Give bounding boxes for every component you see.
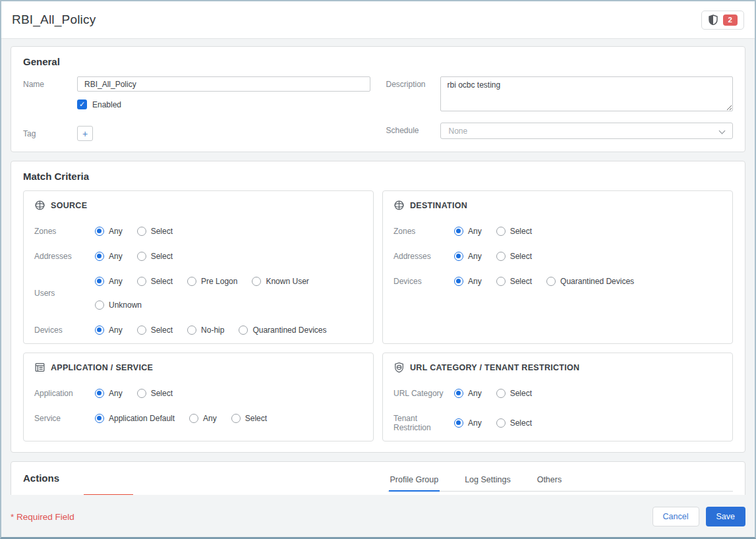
field-row: Tenant Restriction AnySelect [393,414,722,432]
radio-icon [95,227,104,236]
header-bar: RBI_All_Policy 2 [1,1,755,39]
source-panel-title: SOURCE [51,201,87,210]
shield-icon [708,14,718,25]
field-row: Zones AnySelect [393,227,722,236]
cancel-button[interactable]: Cancel [653,507,699,526]
radio-label: Quarantined Devices [560,277,634,286]
radio-icon [95,389,104,398]
radio-group: AnySelectNo-hipQuarantined Devices [95,326,326,335]
tag-label: Tag [23,126,77,141]
row-label: Tenant Restriction [393,414,454,432]
radio-option-any[interactable]: Any [454,418,482,428]
radio-label: Any [109,326,123,335]
radio-option-select[interactable]: Select [137,252,173,261]
radio-option-application-default[interactable]: Application Default [95,414,175,423]
actions-tabs: Profile Group Log Settings Others [388,471,734,492]
radio-group: AnySelect [454,227,532,236]
radio-icon [231,414,241,423]
enabled-checkbox[interactable]: ✓ [77,99,87,109]
add-tag-button[interactable]: + [77,126,93,141]
radio-option-select[interactable]: Select [137,277,173,286]
radio-icon [454,227,463,236]
url-category-panel: URL CATEGORY / TENANT RESTRICTION URL Ca… [382,353,733,441]
radio-option-select[interactable]: Select [496,389,532,398]
radio-option-known-user[interactable]: Known User [252,277,308,286]
radio-option-quarantined-devices[interactable]: Quarantined Devices [239,326,326,335]
radio-icon [95,326,104,335]
tab-others[interactable]: Others [536,472,564,491]
general-right-column: Description rbi ocbc testing Schedule No… [386,76,734,141]
radio-option-any[interactable]: Any [95,252,123,261]
row-label: URL Category [393,389,454,398]
radio-option-select[interactable]: Select [231,414,267,423]
schedule-field-row: Schedule None [386,123,734,139]
save-button[interactable]: Save [706,507,746,526]
radio-option-select[interactable]: Select [137,227,173,236]
general-section: General Name ✓ Enabled T [11,46,745,152]
radio-label: Select [510,252,532,261]
radio-option-any[interactable]: Any [95,389,123,398]
field-row: Addresses AnySelect [34,252,363,261]
general-left-column: Name ✓ Enabled Tag + [23,76,370,141]
radio-group: AnySelect [454,389,532,398]
radio-label: Unknown [109,300,142,310]
field-row: Service Application DefaultAnySelect [34,414,363,423]
radio-option-no-hip[interactable]: No-hip [187,326,224,335]
row-label: Zones [34,227,95,236]
url-category-panel-header: URL CATEGORY / TENANT RESTRICTION [393,362,722,373]
radio-option-unknown[interactable]: Unknown [95,300,142,310]
radio-label: Any [109,252,123,261]
radio-option-select[interactable]: Select [496,227,532,236]
name-input[interactable] [77,76,370,92]
radio-option-any[interactable]: Any [95,326,123,335]
radio-option-any[interactable]: Any [95,227,123,236]
radio-group: Application DefaultAnySelect [95,414,267,423]
radio-option-select[interactable]: Select [496,277,532,286]
row-label: Service [34,414,95,423]
schedule-dropdown[interactable]: None [440,123,734,139]
radio-icon [137,326,146,335]
radio-option-any[interactable]: Any [454,277,482,286]
radio-label: Any [109,389,123,398]
radio-option-select[interactable]: Select [137,326,173,335]
radio-label: Any [468,252,482,261]
general-grid: Name ✓ Enabled Tag + [23,76,733,141]
radio-option-any[interactable]: Any [454,252,482,261]
list-icon [34,362,45,373]
field-row: URL Category AnySelect [393,389,722,398]
url-category-panel-title: URL CATEGORY / TENANT RESTRICTION [410,363,579,372]
row-label: Addresses [393,252,454,261]
radio-icon [137,277,146,286]
radio-option-select[interactable]: Select [496,252,532,261]
radio-label: Any [468,227,482,236]
description-textarea[interactable]: rbi ocbc testing [440,76,734,111]
enabled-label: Enabled [92,100,121,109]
row-label: Users [34,289,95,298]
radio-icon [137,389,146,398]
field-row: Addresses AnySelect [393,252,722,261]
security-profiles-badge-button[interactable]: 2 [701,11,744,30]
enabled-checkbox-row: ✓ Enabled [77,99,370,109]
radio-icon [496,389,506,398]
radio-icon [187,277,196,286]
footer-bar: * Required Field Cancel Save [11,507,745,537]
radio-option-pre-logon[interactable]: Pre Logon [187,277,237,286]
destination-panel: DESTINATION Zones AnySelect Addresses An… [382,190,733,344]
radio-label: No-hip [201,326,224,335]
radio-option-select[interactable]: Select [496,418,532,428]
row-label: Application [34,389,95,398]
radio-option-select[interactable]: Select [137,389,173,398]
radio-option-any[interactable]: Any [454,227,482,236]
radio-option-any[interactable]: Any [454,389,482,398]
tab-profile-group[interactable]: Profile Group [389,472,440,492]
radio-group: AnySelect [454,252,532,261]
description-label: Description [386,76,440,113]
tab-log-settings[interactable]: Log Settings [463,472,512,491]
globe-icon [393,200,405,211]
radio-option-quarantined-devices[interactable]: Quarantined Devices [546,277,634,286]
radio-label: Any [468,418,482,428]
radio-option-any[interactable]: Any [95,277,123,286]
destination-panel-header: DESTINATION [393,200,722,211]
radio-option-any[interactable]: Any [189,414,217,423]
radio-icon [187,326,196,335]
